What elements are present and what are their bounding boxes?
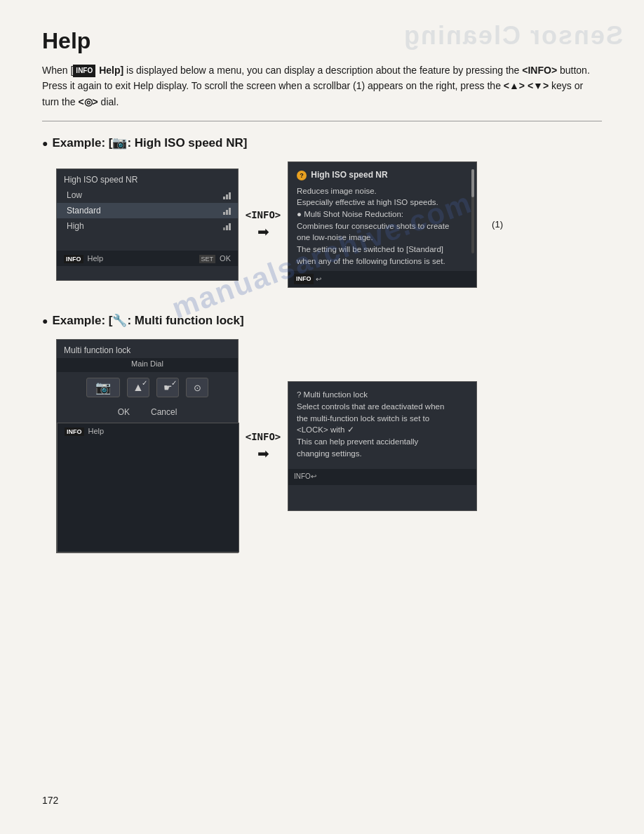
scrollbar-label: (1)	[492, 218, 503, 232]
cursor-icon: ☛ ✓	[156, 378, 179, 397]
example2-help-screen: ? Multi function lock Select controls th…	[288, 381, 477, 511]
section-divider	[42, 121, 602, 121]
help-bold: Help]	[96, 65, 123, 76]
example1-section: Example: [📷: High ISO speed NR] High ISO…	[42, 135, 602, 288]
mfl-help-text: Select controls that are deactivated whe…	[297, 401, 468, 459]
menu-item-standard-label: Standard	[67, 206, 101, 216]
mfl-sub-title: Main Dial	[57, 358, 238, 372]
set-ok-label: SET OK	[199, 254, 231, 263]
scrollbar-thumb-1	[471, 169, 474, 197]
page-number: 172	[42, 795, 58, 806]
info-button-icon: INFO	[64, 255, 83, 263]
menu-item-low: Low	[57, 187, 238, 203]
back-arrow-icon: ↩	[316, 274, 321, 285]
example2-menu-screen: Multi function lock Main Dial 📷 ▲ ✓ ☛	[56, 339, 239, 553]
mfl-info-help-label: INFO Help	[65, 427, 104, 548]
camera-user-icon: 📷	[86, 378, 120, 397]
mfl-info-back-button: INFO	[294, 472, 311, 482]
menu-screen-title: High ISO speed NR	[57, 169, 238, 187]
cancel-label: Cancel	[151, 407, 177, 417]
intro-paragraph: When [INFO Help] is displayed below a me…	[42, 62, 602, 110]
mfl-screen-title: Multi function lock	[57, 340, 238, 358]
info-label-2: <INFO>	[246, 431, 281, 442]
help-title-1: ? High ISO speed NR	[297, 169, 468, 181]
check-mark-2: ✓	[171, 379, 177, 387]
ok-label: OK	[118, 407, 130, 417]
set-button-icon: SET	[199, 255, 216, 263]
menu-item-high: High	[57, 218, 238, 234]
check-mark-1: ✓	[142, 379, 147, 387]
mfl-help-title: ? Multi function lock	[297, 389, 468, 401]
info-arrow-1: <INFO> ➡	[239, 209, 288, 240]
mfl-help-bottom-bar: INFO ↩	[288, 469, 476, 485]
mfl-buttons-row: OK Cancel	[57, 403, 238, 420]
example1-title: Example: [📷: High ISO speed NR]	[42, 135, 602, 150]
info-help-label: INFO Help	[64, 254, 103, 263]
scrollbar-1	[471, 169, 474, 253]
mfl-icons-row: 📷 ▲ ✓ ☛ ✓ ⊙	[57, 372, 238, 403]
example2-label: Example: [🔧: Multi function lock]	[52, 313, 243, 328]
menu-item-high-label: High	[67, 221, 84, 231]
help-bottom-bar-1: INFO ↩	[288, 271, 476, 287]
low-signal-icon	[223, 191, 231, 199]
high-signal-icon	[223, 222, 231, 230]
zero-icon: ⊙	[186, 378, 208, 397]
standard-signal-icon	[223, 206, 231, 215]
up-arrow-icon: ▲ ✓	[127, 378, 149, 397]
arrow-icon-2: ➡	[257, 445, 269, 462]
info-arrow-2: <INFO> ➡	[239, 431, 288, 462]
help-question-icon: ?	[297, 171, 307, 180]
mfl-bottom-bar: INFO Help	[57, 423, 239, 552]
example1-label: Example: [📷: High ISO speed NR]	[52, 135, 247, 150]
example1-menu-screen: High ISO speed NR Low Standard	[56, 168, 239, 281]
page-title: Help	[42, 28, 602, 54]
example2-section: Example: [🔧: Multi function lock] Multi …	[42, 313, 602, 553]
mfl-help-question-icon: ?	[297, 390, 301, 399]
menu-item-standard: Standard	[57, 203, 238, 218]
menu-item-low-label: Low	[67, 190, 82, 200]
page-container: Sensor Cleaning Help When [INFO Help] is…	[0, 0, 644, 834]
mfl-info-button-icon: INFO	[65, 428, 84, 436]
info-badge: INFO	[73, 65, 95, 77]
example2-title: Example: [🔧: Multi function lock]	[42, 313, 602, 328]
example1-row: High ISO speed NR Low Standard	[56, 161, 602, 288]
help-text-1: Reduces image noise. Especially effectiv…	[297, 185, 468, 267]
example1-help-screen: ? High ISO speed NR Reduces image noise.…	[288, 161, 477, 288]
menu-bottom-bar: INFO Help SET OK	[57, 251, 238, 266]
mfl-back-arrow-icon: ↩	[311, 472, 316, 482]
arrow-icon-1: ➡	[257, 223, 269, 240]
info-label-1: <INFO>	[246, 209, 281, 220]
example2-row: Multi function lock Main Dial 📷 ▲ ✓ ☛	[56, 339, 602, 553]
info-back-button: INFO	[294, 274, 314, 284]
